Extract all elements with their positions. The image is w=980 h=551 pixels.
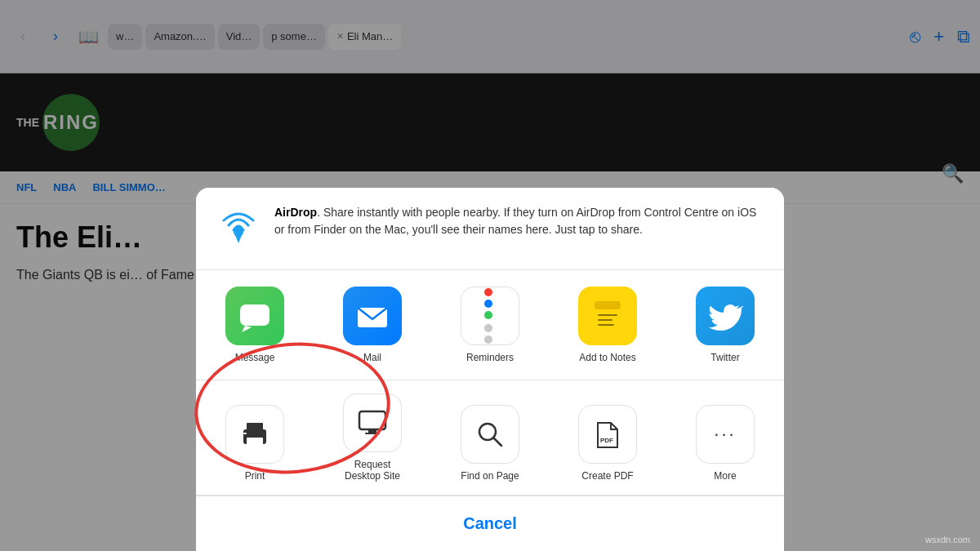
notes-icon <box>578 287 637 345</box>
print-label: Print <box>245 470 265 482</box>
desktop-icon <box>343 393 402 452</box>
reminders-icon <box>461 287 519 345</box>
reminders-label: Reminders <box>466 352 514 363</box>
apps-row: Message Mail <box>196 270 784 380</box>
svg-rect-8 <box>598 319 612 321</box>
pdf-icon: PDF <box>578 405 637 464</box>
action-print[interactable]: Print <box>225 405 284 482</box>
svg-rect-13 <box>243 433 247 434</box>
svg-text:PDF: PDF <box>600 437 613 444</box>
more-label: More <box>714 470 736 482</box>
message-label: Message <box>235 352 275 363</box>
find-on-page-label: Find on Page <box>461 470 519 482</box>
twitter-label: Twitter <box>710 352 739 363</box>
app-notes[interactable]: Add to Notes <box>578 287 637 363</box>
create-pdf-label: Create PDF <box>581 470 633 482</box>
svg-rect-9 <box>598 324 614 326</box>
svg-rect-15 <box>368 429 376 433</box>
airdrop-section: AirDrop. Share instantly with people nea… <box>196 188 784 270</box>
svg-marker-3 <box>242 326 252 332</box>
notes-label: Add to Notes <box>579 352 635 363</box>
print-icon <box>225 405 284 464</box>
request-desktop-label: Request Desktop Site <box>345 459 400 482</box>
cancel-section: Cancel <box>196 495 784 551</box>
app-twitter[interactable]: Twitter <box>696 287 755 363</box>
airdrop-icon <box>216 204 261 253</box>
app-reminders[interactable]: Reminders <box>461 287 519 363</box>
svg-line-18 <box>493 438 501 446</box>
actions-row: Print Request Desktop Site Find on Pa <box>196 380 784 495</box>
svg-rect-2 <box>240 304 270 326</box>
svg-rect-7 <box>598 314 617 316</box>
svg-rect-11 <box>247 423 263 431</box>
app-message[interactable]: Message <box>225 287 284 363</box>
watermark: wsxdn.com <box>925 535 970 544</box>
svg-rect-12 <box>247 438 263 446</box>
app-mail[interactable]: Mail <box>343 287 402 363</box>
action-create-pdf[interactable]: PDF Create PDF <box>578 405 637 482</box>
action-request-desktop[interactable]: Request Desktop Site <box>343 393 402 482</box>
twitter-icon <box>696 287 755 345</box>
mail-icon <box>343 287 402 345</box>
airdrop-description: AirDrop. Share instantly with people nea… <box>274 204 764 238</box>
share-sheet: AirDrop. Share instantly with people nea… <box>196 188 784 551</box>
messages-icon <box>225 287 284 345</box>
airdrop-title: AirDrop <box>274 206 317 219</box>
svg-rect-6 <box>595 301 621 309</box>
action-find-on-page[interactable]: Find on Page <box>461 405 519 482</box>
svg-rect-14 <box>359 411 385 429</box>
cancel-button[interactable]: Cancel <box>207 508 773 540</box>
svg-rect-16 <box>365 433 380 434</box>
more-icon: ··· <box>696 405 755 464</box>
find-icon <box>461 405 519 464</box>
mail-label: Mail <box>363 352 381 363</box>
action-more[interactable]: ··· More <box>696 405 755 482</box>
svg-marker-1 <box>235 235 242 243</box>
